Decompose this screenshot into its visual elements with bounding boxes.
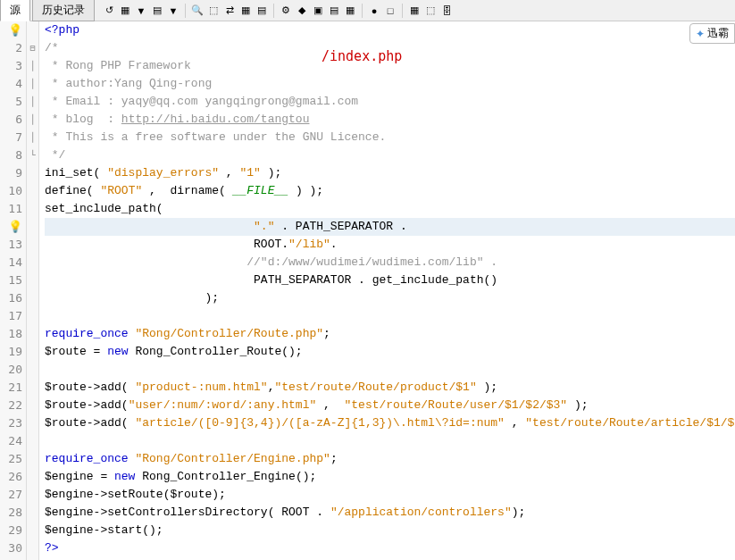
toolbar-button-8[interactable]: ⇄ (222, 4, 237, 18)
hint-bulb-icon: 💡 (0, 21, 22, 39)
toolbar-button-13[interactable]: ◆ (295, 4, 309, 18)
line-number: 8 (0, 146, 22, 164)
code-line[interactable] (45, 307, 735, 325)
fold-marker (27, 432, 38, 450)
code-editor[interactable]: /index.php 💡234567891011💡131415161718192… (0, 21, 735, 560)
toolbar-separator (273, 4, 274, 18)
fold-marker: └ (27, 146, 38, 164)
line-number: 15 (0, 272, 22, 289)
toolbar-separator (185, 4, 186, 18)
toolbar-button-6[interactable]: 🔍 (190, 4, 205, 18)
line-number: 17 (0, 307, 22, 325)
line-number: 28 (0, 504, 22, 522)
fold-gutter: ⊟│││││└ (27, 21, 39, 560)
code-line[interactable]: define( "ROOT" , dirname( __FILE__ ) ); (45, 182, 735, 200)
toolbar-button-1[interactable]: ▦ (118, 4, 132, 18)
toolbar-button-4[interactable]: ▼ (166, 4, 180, 18)
code-line[interactable]: * author:Yang Qing-rong (45, 75, 735, 93)
code-area[interactable]: <?php/* * Rong PHP Framework * author:Ya… (39, 21, 735, 560)
fold-marker (27, 272, 38, 289)
code-line[interactable]: $route->add( "product-:num.html","test/r… (45, 379, 735, 397)
code-line[interactable]: $engine = new Rong_Controller_Engine(); (45, 468, 735, 486)
code-line[interactable]: $engine->setRoute($route); (45, 486, 735, 504)
line-number: 10 (0, 182, 22, 200)
code-line[interactable]: ROOT."/lib". (45, 236, 735, 254)
toolbar-button-22[interactable]: ⬚ (423, 4, 438, 18)
code-line[interactable]: $route->add( "article/([0-9]{3,4})/([a-z… (45, 414, 735, 432)
code-line[interactable]: $engine->start(); (45, 522, 735, 539)
code-line[interactable]: * This is a free software under the GNU … (45, 129, 735, 146)
line-number: 14 (0, 254, 22, 272)
toolbar-button-19[interactable]: □ (383, 4, 397, 18)
line-number: 20 (0, 361, 22, 379)
code-line[interactable]: require_once "Rong/Controller/Engine.php… (45, 450, 735, 468)
fold-marker (27, 289, 38, 307)
toolbar-button-2[interactable]: ▼ (134, 4, 148, 18)
code-line[interactable]: $route = new Rong_Controller_Route(); (45, 343, 735, 361)
fold-marker (27, 361, 38, 379)
code-line[interactable]: * Rong PHP Framework (45, 57, 735, 75)
code-line[interactable]: $route->add("user/:num/:word/:any.html" … (45, 397, 735, 414)
toolbar-button-21[interactable]: ▦ (407, 4, 422, 18)
line-number: 25 (0, 450, 22, 468)
code-line[interactable] (45, 361, 735, 379)
code-line[interactable] (45, 432, 735, 450)
fold-marker (27, 486, 38, 504)
line-number: 11 (0, 200, 22, 218)
toolbar-button-18[interactable]: ● (367, 4, 381, 18)
code-line[interactable]: PATH_SEPARATOR . get_include_path() (45, 272, 735, 289)
code-line[interactable]: "." . PATH_SEPARATOR . (45, 218, 735, 236)
fold-marker (27, 200, 38, 218)
toolbar-button-7[interactable]: ⬚ (206, 4, 221, 18)
line-number: 21 (0, 379, 22, 397)
line-number: 23 (0, 414, 22, 432)
fold-marker: │ (27, 129, 38, 146)
fold-marker[interactable]: ⊟ (27, 39, 38, 57)
line-number: 2 (0, 39, 22, 57)
line-number: 24 (0, 432, 22, 450)
code-line[interactable]: */ (45, 146, 735, 164)
toolbar-button-15[interactable]: ▤ (327, 4, 341, 18)
fold-marker (27, 522, 38, 539)
toolbar-button-16[interactable]: ▦ (343, 4, 357, 18)
toolbar: 源 历史记录 ↺▦▼▤▼🔍⬚⇄▦▤⚙◆▣▤▦●□▦⬚🗄 (0, 0, 735, 21)
toolbar-button-12[interactable]: ⚙ (279, 4, 293, 18)
code-line[interactable]: require_once "Rong/Controller/Route.php"… (45, 325, 735, 343)
line-number: 4 (0, 75, 22, 93)
fold-marker (27, 504, 38, 522)
fold-marker: │ (27, 75, 38, 93)
code-line[interactable]: * Email : yaqy@qq.com yangqingrong@gmail… (45, 93, 735, 111)
line-number: 29 (0, 522, 22, 539)
toolbar-button-14[interactable]: ▣ (311, 4, 325, 18)
code-line[interactable]: //"d:/www/wudimei/wudimei.com/lib" . (45, 254, 735, 272)
toolbar-button-9[interactable]: ▦ (238, 4, 253, 18)
fold-marker (27, 379, 38, 397)
tab-history[interactable]: 历史记录 (32, 0, 95, 21)
toolbar-button-23[interactable]: 🗄 (439, 4, 454, 18)
tab-source[interactable]: 源 (0, 0, 30, 21)
line-number: 27 (0, 486, 22, 504)
code-line[interactable]: <?php (45, 21, 735, 39)
line-number: 3 (0, 57, 22, 75)
code-line[interactable]: set_include_path( (45, 200, 735, 218)
fold-marker (27, 414, 38, 432)
code-line[interactable]: ); (45, 289, 735, 307)
fold-marker (27, 254, 38, 272)
toolbar-separator (402, 4, 403, 18)
line-number: 16 (0, 289, 22, 307)
code-line[interactable]: $engine->setControllersDirectory( ROOT .… (45, 504, 735, 522)
fold-marker (27, 343, 38, 361)
code-line[interactable]: ini_set( "display_errors" , "1" ); (45, 164, 735, 182)
fold-marker (27, 325, 38, 343)
fold-marker: │ (27, 111, 38, 129)
fold-marker (27, 182, 38, 200)
fold-marker (27, 468, 38, 486)
line-number: 19 (0, 343, 22, 361)
toolbar-button-0[interactable]: ↺ (102, 4, 116, 18)
code-line[interactable]: /* (45, 39, 735, 57)
hint-bulb-icon: 💡 (0, 218, 22, 236)
toolbar-button-10[interactable]: ▤ (255, 4, 269, 18)
code-line[interactable]: ?> (45, 539, 735, 557)
code-line[interactable]: * blog : http://hi.baidu.com/tangtou (45, 111, 735, 129)
toolbar-button-3[interactable]: ▤ (150, 4, 164, 18)
